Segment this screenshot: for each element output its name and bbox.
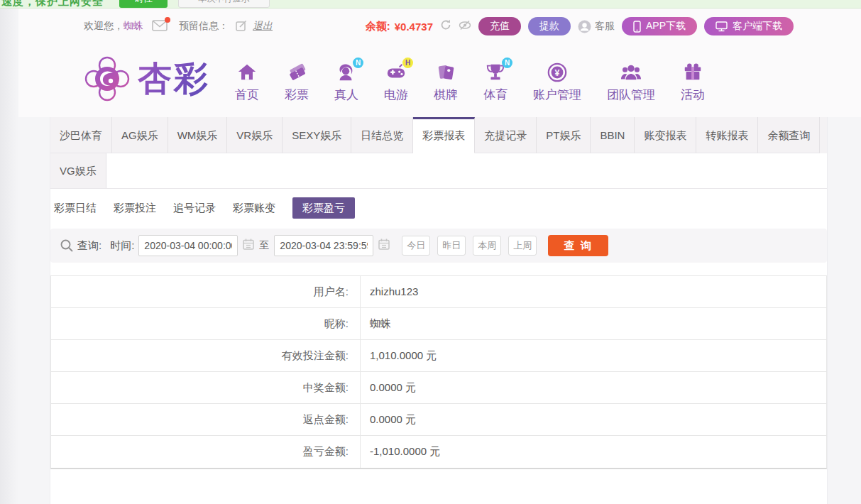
row-value: 0.0000 元 — [361, 404, 826, 435]
row-label: 中奖金额: — [51, 372, 361, 403]
recharge-button[interactable]: 充值 — [478, 17, 521, 35]
main-nav-row: 杏彩 首页 彩票 N 真人 H 电游 棋牌 — [0, 44, 861, 117]
unread-dot-badge — [165, 17, 170, 23]
calendar-icon[interactable] — [243, 239, 254, 253]
app-download-button[interactable]: APP下载 — [622, 17, 697, 35]
content-card: 沙巴体育 AG娱乐 WM娱乐 VR娱乐 SEXY娱乐 日结总览 彩票报表 充提记… — [50, 117, 828, 504]
new-badge: N — [353, 57, 363, 68]
tab-account-change-report[interactable]: 账变报表 — [635, 117, 696, 153]
gift-icon — [682, 62, 703, 83]
client-download-button[interactable]: 客户端下载 — [704, 17, 794, 35]
balance-label: 余额: — [366, 20, 390, 33]
nav-item-home[interactable]: 首页 — [235, 61, 259, 103]
welcome-area: 欢迎您， 蜘蛛 预留信息： 退出 — [84, 9, 273, 44]
notice-text: 速度，保护上网安全 — [1, 0, 104, 9]
search-icon — [60, 239, 73, 252]
phone-icon — [633, 21, 641, 33]
tab-wm[interactable]: WM娱乐 — [168, 117, 228, 153]
row-value: 0.0000 元 — [361, 372, 826, 403]
table-row: 用户名: zhizhu123 — [51, 276, 826, 308]
tab-saba-sports[interactable]: 沙巴体育 — [50, 117, 112, 153]
flower-logo-icon — [84, 55, 131, 102]
row-label: 用户名: — [51, 276, 361, 307]
nav-item-team-management[interactable]: 团队管理 — [607, 61, 655, 103]
table-row: 有效投注金额: 1,010.0000 元 — [51, 340, 826, 372]
subtab-lottery-bets[interactable]: 彩票投注 — [114, 202, 156, 215]
svg-text:¥: ¥ — [555, 68, 560, 78]
tab-transfer-report[interactable]: 转账报表 — [696, 117, 758, 153]
tab-balance-query[interactable]: 余额查询 — [758, 117, 820, 153]
date-range-separator: 至 — [259, 239, 269, 252]
security-notice-bar: 速度，保护上网安全 前往 本次不再提示 — [0, 0, 861, 9]
refresh-balance-icon[interactable] — [440, 19, 451, 33]
hide-balance-eye-icon[interactable] — [459, 20, 471, 33]
time-label: 时间: — [110, 239, 134, 253]
table-row: 返点金额: 0.0000 元 — [51, 404, 826, 436]
today-button[interactable]: 今日 — [402, 236, 430, 256]
row-value: 1,010.0000 元 — [361, 340, 826, 371]
this-week-button[interactable]: 本周 — [473, 236, 501, 256]
notice-confirm-button[interactable]: 前往 — [119, 0, 168, 8]
subtab-lottery-profit-loss[interactable]: 彩票盈亏 — [292, 197, 355, 219]
header-actions: 余额: ¥0.4737 充值 提款 客服 APP下载 客户端下载 — [366, 9, 794, 44]
logo-wordmark: 杏彩 — [138, 56, 210, 102]
hot-badge: H — [402, 57, 413, 68]
row-label: 有效投注金额: — [51, 340, 361, 371]
nav-item-lottery[interactable]: 彩票 — [285, 61, 309, 103]
row-label: 返点金额: — [51, 404, 361, 435]
customer-service-icon — [578, 20, 591, 33]
nav-item-sports[interactable]: N 体育 — [483, 61, 508, 103]
calendar-icon[interactable] — [378, 239, 390, 253]
cards-icon — [435, 62, 456, 83]
table-row: 昵称: 蜘蛛 — [51, 308, 826, 340]
table-row: 中奖金额: 0.0000 元 — [51, 372, 826, 404]
customer-service-link[interactable]: 客服 — [578, 20, 615, 33]
tab-sexy[interactable]: SEXY娱乐 — [283, 117, 351, 153]
edit-icon[interactable] — [236, 20, 247, 33]
row-value: 蜘蛛 — [361, 308, 826, 339]
balance-amount: ¥0.4737 — [395, 21, 433, 33]
tab-vr[interactable]: VR娱乐 — [227, 117, 283, 153]
tab-daily-summary[interactable]: 日结总览 — [351, 117, 413, 153]
query-label: 查询: — [77, 239, 102, 253]
date-to-input[interactable] — [274, 235, 373, 256]
withdraw-button[interactable]: 提款 — [528, 17, 571, 35]
nav-item-promotions[interactable]: 活动 — [681, 61, 705, 103]
mail-icon[interactable] — [152, 20, 168, 33]
subtab-chase-records[interactable]: 追号记录 — [173, 202, 216, 215]
tab-vg[interactable]: VG娱乐 — [50, 153, 106, 188]
tab-deposit-withdraw-records[interactable]: 充提记录 — [475, 117, 537, 153]
last-week-button[interactable]: 上周 — [508, 236, 537, 256]
nav-item-board-games[interactable]: 棋牌 — [434, 61, 458, 103]
header-bar: 欢迎您， 蜘蛛 预留信息： 退出 余额: ¥0.4737 充值 提款 客服 AP… — [0, 9, 861, 44]
report-tabs-row1: 沙巴体育 AG娱乐 WM娱乐 VR娱乐 SEXY娱乐 日结总览 彩票报表 充提记… — [50, 117, 827, 153]
row-value: zhizhu123 — [361, 276, 826, 307]
primary-navigation: 首页 彩票 N 真人 H 电游 棋牌 N — [235, 61, 705, 103]
new-badge: N — [502, 57, 512, 68]
tab-bbin[interactable]: BBIN — [591, 117, 635, 153]
profit-loss-table: 用户名: zhizhu123 昵称: 蜘蛛 有效投注金额: 1,010.0000… — [50, 275, 827, 469]
table-row: 盈亏金额: -1,010.0000 元 — [51, 436, 826, 468]
subtab-lottery-account-change[interactable]: 彩票账变 — [233, 202, 275, 215]
query-bar: 查询: 时间: 至 今日 昨日 本周 上周 查 询 — [50, 229, 827, 263]
nav-item-live-casino[interactable]: N 真人 — [334, 61, 358, 103]
tab-pt[interactable]: PT娱乐 — [537, 117, 591, 153]
row-value: -1,010.0000 元 — [361, 436, 826, 468]
query-submit-button[interactable]: 查 询 — [548, 235, 608, 256]
tab-lottery-report[interactable]: 彩票报表 — [413, 117, 475, 153]
logout-link[interactable]: 退出 — [253, 20, 273, 33]
subtab-lottery-daily[interactable]: 彩票日结 — [54, 202, 97, 215]
yesterday-button[interactable]: 昨日 — [437, 236, 466, 256]
notice-dismiss-button[interactable]: 本次不再提示 — [178, 0, 270, 8]
row-label: 昵称: — [51, 308, 361, 339]
date-from-input[interactable] — [138, 235, 238, 256]
customer-service-label: 客服 — [595, 20, 615, 33]
nav-item-account-management[interactable]: ¥ 账户管理 — [533, 61, 581, 103]
row-label: 盈亏金额: — [51, 436, 361, 468]
report-tabs-row2: VG娱乐 — [50, 153, 827, 189]
tab-ag[interactable]: AG娱乐 — [112, 117, 168, 153]
username: 蜘蛛 — [124, 20, 143, 33]
nav-item-egames[interactable]: H 电游 — [384, 61, 408, 103]
site-logo[interactable]: 杏彩 — [84, 55, 210, 102]
lottery-subtabs: 彩票日结 彩票投注 追号记录 彩票账变 彩票盈亏 — [54, 197, 355, 219]
